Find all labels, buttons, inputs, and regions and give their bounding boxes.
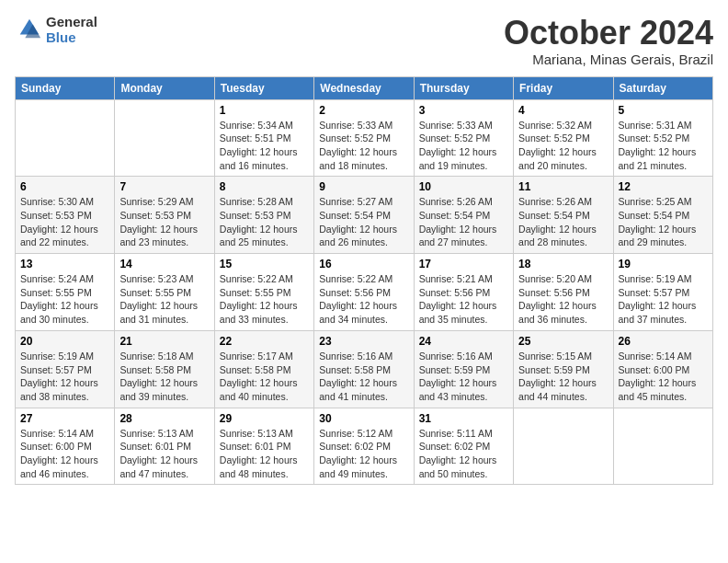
day-info: Sunrise: 5:25 AMSunset: 5:54 PMDaylight:…	[619, 195, 708, 249]
calendar-cell: 6Sunrise: 5:30 AMSunset: 5:53 PMDaylight…	[16, 177, 115, 254]
calendar-cell: 11Sunrise: 5:26 AMSunset: 5:54 PMDayligh…	[514, 177, 613, 254]
calendar-cell: 31Sunrise: 5:11 AMSunset: 6:02 PMDayligh…	[414, 408, 513, 485]
day-number: 18	[518, 258, 608, 270]
calendar-cell: 5Sunrise: 5:31 AMSunset: 5:52 PMDaylight…	[613, 99, 712, 177]
day-number: 23	[319, 335, 408, 348]
calendar-header-day: Saturday	[613, 76, 712, 99]
calendar-cell: 12Sunrise: 5:25 AMSunset: 5:54 PMDayligh…	[613, 177, 712, 254]
calendar-cell: 7Sunrise: 5:29 AMSunset: 5:53 PMDaylight…	[115, 177, 214, 254]
day-info: Sunrise: 5:14 AMSunset: 6:00 PMDaylight:…	[20, 427, 109, 481]
calendar-header-day: Tuesday	[214, 76, 313, 99]
logo-blue-text: Blue	[46, 29, 76, 45]
day-info: Sunrise: 5:22 AMSunset: 5:55 PMDaylight:…	[220, 272, 309, 327]
day-number: 26	[619, 335, 708, 348]
calendar-cell: 3Sunrise: 5:33 AMSunset: 5:52 PMDaylight…	[414, 99, 513, 177]
month-title: October 2024	[504, 15, 713, 52]
calendar-cell: 17Sunrise: 5:21 AMSunset: 5:56 PMDayligh…	[414, 254, 513, 331]
calendar-cell: 15Sunrise: 5:22 AMSunset: 5:55 PMDayligh…	[214, 254, 313, 331]
day-info: Sunrise: 5:14 AMSunset: 6:00 PMDaylight:…	[619, 350, 708, 404]
calendar-cell: 16Sunrise: 5:22 AMSunset: 5:56 PMDayligh…	[314, 254, 414, 331]
day-info: Sunrise: 5:17 AMSunset: 5:58 PMDaylight:…	[220, 350, 309, 404]
calendar-cell	[16, 99, 115, 177]
page-header: General Blue October 2024 Mariana, Minas…	[15, 15, 713, 67]
day-number: 8	[220, 180, 309, 193]
calendar-cell: 4Sunrise: 5:32 AMSunset: 5:52 PMDaylight…	[514, 99, 613, 177]
calendar-week-row: 13Sunrise: 5:24 AMSunset: 5:55 PMDayligh…	[16, 254, 713, 331]
day-number: 29	[220, 412, 309, 425]
calendar-header-day: Sunday	[16, 76, 115, 99]
day-number: 15	[220, 258, 309, 270]
day-number: 30	[319, 412, 408, 425]
calendar-header-day: Wednesday	[314, 76, 414, 99]
calendar-cell: 28Sunrise: 5:13 AMSunset: 6:01 PMDayligh…	[115, 408, 214, 485]
calendar-cell: 19Sunrise: 5:19 AMSunset: 5:57 PMDayligh…	[613, 254, 712, 331]
logo-general-text: General	[46, 14, 97, 29]
day-info: Sunrise: 5:27 AMSunset: 5:54 PMDaylight:…	[319, 195, 408, 249]
day-number: 31	[419, 412, 508, 425]
calendar-header-day: Friday	[514, 76, 613, 99]
day-number: 17	[419, 258, 508, 270]
calendar-cell: 13Sunrise: 5:24 AMSunset: 5:55 PMDayligh…	[16, 254, 115, 331]
day-info: Sunrise: 5:23 AMSunset: 5:55 PMDaylight:…	[119, 272, 209, 327]
calendar-header-day: Thursday	[414, 76, 513, 99]
calendar-cell: 14Sunrise: 5:23 AMSunset: 5:55 PMDayligh…	[115, 254, 214, 331]
day-number: 6	[20, 180, 109, 193]
calendar-cell: 10Sunrise: 5:26 AMSunset: 5:54 PMDayligh…	[414, 177, 513, 254]
calendar-cell: 2Sunrise: 5:33 AMSunset: 5:52 PMDaylight…	[314, 99, 414, 177]
day-info: Sunrise: 5:33 AMSunset: 5:52 PMDaylight:…	[319, 119, 408, 173]
calendar-cell: 23Sunrise: 5:16 AMSunset: 5:58 PMDayligh…	[314, 330, 414, 408]
day-number: 2	[319, 104, 408, 117]
calendar-cell: 8Sunrise: 5:28 AMSunset: 5:53 PMDaylight…	[214, 177, 313, 254]
day-number: 3	[419, 104, 508, 117]
calendar-cell: 25Sunrise: 5:15 AMSunset: 5:59 PMDayligh…	[514, 330, 613, 408]
day-number: 4	[518, 104, 608, 117]
day-info: Sunrise: 5:16 AMSunset: 5:59 PMDaylight:…	[419, 350, 508, 404]
calendar-header-row: SundayMondayTuesdayWednesdayThursdayFrid…	[16, 76, 713, 99]
day-info: Sunrise: 5:22 AMSunset: 5:56 PMDaylight:…	[319, 272, 408, 327]
calendar-cell: 30Sunrise: 5:12 AMSunset: 6:02 PMDayligh…	[314, 408, 414, 485]
day-info: Sunrise: 5:11 AMSunset: 6:02 PMDaylight:…	[419, 427, 508, 481]
day-info: Sunrise: 5:21 AMSunset: 5:56 PMDaylight:…	[419, 272, 508, 327]
calendar-cell	[613, 408, 712, 485]
day-number: 21	[119, 335, 209, 348]
location-subtitle: Mariana, Minas Gerais, Brazil	[504, 52, 713, 67]
calendar-cell: 9Sunrise: 5:27 AMSunset: 5:54 PMDaylight…	[314, 177, 414, 254]
day-number: 22	[220, 335, 309, 348]
day-info: Sunrise: 5:28 AMSunset: 5:53 PMDaylight:…	[220, 195, 309, 249]
day-number: 7	[119, 180, 209, 193]
day-info: Sunrise: 5:12 AMSunset: 6:02 PMDaylight:…	[319, 427, 408, 481]
day-info: Sunrise: 5:26 AMSunset: 5:54 PMDaylight:…	[518, 195, 608, 249]
calendar-cell: 1Sunrise: 5:34 AMSunset: 5:51 PMDaylight…	[214, 99, 313, 177]
day-number: 13	[20, 258, 109, 270]
day-number: 24	[419, 335, 508, 348]
calendar-body: 1Sunrise: 5:34 AMSunset: 5:51 PMDaylight…	[16, 99, 713, 485]
title-area: October 2024 Mariana, Minas Gerais, Braz…	[504, 15, 713, 67]
day-info: Sunrise: 5:26 AMSunset: 5:54 PMDaylight:…	[419, 195, 508, 249]
calendar-cell	[115, 99, 214, 177]
day-number: 14	[119, 258, 209, 270]
calendar-header-day: Monday	[115, 76, 214, 99]
day-info: Sunrise: 5:15 AMSunset: 5:59 PMDaylight:…	[518, 350, 608, 404]
calendar-cell: 27Sunrise: 5:14 AMSunset: 6:00 PMDayligh…	[16, 408, 115, 485]
day-number: 16	[319, 258, 408, 270]
calendar-cell: 22Sunrise: 5:17 AMSunset: 5:58 PMDayligh…	[214, 330, 313, 408]
day-number: 27	[20, 412, 109, 425]
day-info: Sunrise: 5:19 AMSunset: 5:57 PMDaylight:…	[20, 350, 109, 404]
calendar-week-row: 6Sunrise: 5:30 AMSunset: 5:53 PMDaylight…	[16, 177, 713, 254]
day-number: 12	[619, 180, 708, 193]
day-number: 28	[119, 412, 209, 425]
day-info: Sunrise: 5:29 AMSunset: 5:53 PMDaylight:…	[119, 195, 209, 249]
calendar-cell: 18Sunrise: 5:20 AMSunset: 5:56 PMDayligh…	[514, 254, 613, 331]
day-info: Sunrise: 5:20 AMSunset: 5:56 PMDaylight:…	[518, 272, 608, 327]
calendar-cell	[514, 408, 613, 485]
calendar-cell: 24Sunrise: 5:16 AMSunset: 5:59 PMDayligh…	[414, 330, 513, 408]
calendar-cell: 29Sunrise: 5:13 AMSunset: 6:01 PMDayligh…	[214, 408, 313, 485]
day-info: Sunrise: 5:31 AMSunset: 5:52 PMDaylight:…	[619, 119, 708, 173]
day-number: 5	[619, 104, 708, 117]
day-number: 9	[319, 180, 408, 193]
day-info: Sunrise: 5:13 AMSunset: 6:01 PMDaylight:…	[119, 427, 209, 481]
calendar-table: SundayMondayTuesdayWednesdayThursdayFrid…	[15, 76, 713, 486]
calendar-week-row: 27Sunrise: 5:14 AMSunset: 6:00 PMDayligh…	[16, 408, 713, 485]
day-info: Sunrise: 5:18 AMSunset: 5:58 PMDaylight:…	[119, 350, 209, 404]
calendar-cell: 26Sunrise: 5:14 AMSunset: 6:00 PMDayligh…	[613, 330, 712, 408]
